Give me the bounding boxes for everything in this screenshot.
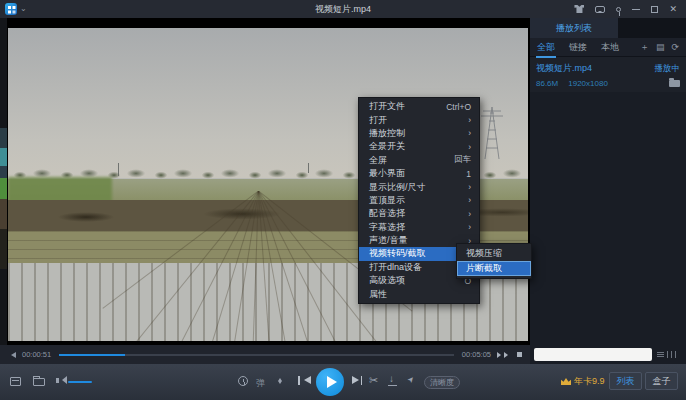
playlist-item-name: 视频短片.mp4 [536, 62, 592, 75]
menu-item-open-file[interactable]: 打开文件Ctrl+O [359, 100, 479, 113]
tab-all[interactable]: 全部 [537, 38, 555, 57]
open-folder-icon[interactable] [33, 378, 45, 386]
maximize-button[interactable] [651, 6, 658, 13]
transmission-tower [478, 106, 506, 160]
menu-item-panorama-toggle[interactable]: 全景开关› [359, 140, 479, 153]
danmaku-toggle[interactable]: 弹 [256, 377, 265, 390]
playlist-panel: 播放列表 全部 链接 本地 ＋ ▤ ⟳ 视频短片.mp4 播放中 86.6M 1… [530, 18, 686, 345]
playlist-tabs: 全部 链接 本地 ＋ ▤ ⟳ [530, 38, 686, 57]
vip-offer[interactable]: 年卡9.9 [561, 375, 605, 388]
menu-item-fullscreen[interactable]: 全屏回车 [359, 154, 479, 167]
playlist-item[interactable]: 视频短片.mp4 播放中 86.6M 1920x1080 [530, 57, 686, 92]
crown-icon [561, 378, 571, 385]
close-button[interactable]: ✕ [669, 5, 677, 14]
play-button[interactable] [316, 368, 344, 396]
chevron-down-icon[interactable]: ⌄ [20, 5, 27, 13]
skin-icon[interactable] [574, 5, 584, 13]
pin-icon[interactable] [616, 7, 621, 12]
app-logo-icon[interactable] [5, 3, 17, 15]
download-icon[interactable]: ↓ [389, 374, 394, 384]
play-order-icon[interactable] [8, 352, 16, 358]
feedback-icon[interactable] [595, 6, 605, 13]
clip-scissors-icon[interactable]: ✂ [369, 375, 378, 386]
file-resolution: 1920x1080 [568, 79, 608, 88]
playlist-footer [530, 345, 686, 364]
list-handle-icon[interactable] [657, 351, 676, 358]
new-page-icon[interactable]: ▤ [656, 42, 665, 52]
menu-item-subtitle-select[interactable]: 字幕选择› [359, 221, 479, 234]
list-toggle-button[interactable]: 列表 [609, 372, 642, 390]
minimize-button[interactable] [632, 9, 640, 10]
fast-forward-icon[interactable] [497, 352, 511, 358]
player-window: ⌄ 视频短片.mp4 ✕ [0, 0, 686, 400]
select-icon[interactable]: ➤ [406, 375, 416, 385]
menu-item-open[interactable]: 打开› [359, 113, 479, 126]
current-time: 00:00:51 [22, 350, 51, 359]
menu-item-dubbing-select[interactable]: 配音选择› [359, 207, 479, 220]
url-input[interactable] [534, 348, 652, 361]
add-icon[interactable]: ＋ [640, 41, 649, 54]
progress-row: 00:00:51 00:05:05 [0, 345, 530, 364]
playing-badge: 播放中 [655, 63, 681, 75]
submenu-item-video-compress[interactable]: 视频压缩 [457, 246, 531, 261]
desktop-edge-strip [0, 18, 7, 345]
control-bar: 弹 ✂ ↓ ➤ 清晰度 年卡9.9 列表 盒子 [0, 364, 686, 400]
submenu-item-clip-extract[interactable]: 片断截取 [457, 261, 531, 276]
refresh-icon[interactable]: ⟳ [671, 42, 679, 52]
vip-label: 年卡9.9 [574, 375, 605, 388]
ab-repeat-icon[interactable] [276, 376, 285, 386]
total-time: 00:05:05 [462, 350, 491, 359]
menu-item-properties[interactable]: 属性 [359, 287, 479, 300]
seek-bar[interactable] [59, 354, 454, 356]
menu-item-aspect-ratio[interactable]: 显示比例/尺寸› [359, 180, 479, 193]
volume-slider[interactable] [68, 381, 92, 383]
playlist-header: 播放列表 [530, 18, 686, 38]
tab-local[interactable]: 本地 [601, 38, 619, 57]
box-button[interactable]: 盒子 [645, 372, 678, 390]
seek-bar-fill [59, 354, 125, 356]
playlist-header-tab[interactable]: 播放列表 [530, 18, 618, 38]
utility-pole [118, 163, 119, 176]
media-library-icon[interactable] [10, 377, 21, 386]
stop-icon[interactable] [517, 352, 522, 357]
next-button[interactable] [352, 376, 362, 386]
playback-speed-icon[interactable] [238, 376, 248, 386]
tab-links[interactable]: 链接 [569, 38, 587, 57]
menu-item-always-on-top[interactable]: 置顶显示› [359, 194, 479, 207]
context-submenu: 视频压缩 片断截取 [456, 243, 532, 279]
utility-pole [308, 163, 309, 173]
volume-icon[interactable] [56, 378, 59, 383]
menu-item-mini-interface[interactable]: 最小界面1 [359, 167, 479, 180]
menu-item-playback-control[interactable]: 播放控制› [359, 127, 479, 140]
quality-selector[interactable]: 清晰度 [424, 376, 460, 389]
previous-button[interactable] [298, 376, 308, 386]
file-size: 86.6M [536, 79, 558, 88]
open-folder-icon[interactable] [669, 80, 680, 87]
titlebar: ⌄ 视频短片.mp4 ✕ [0, 0, 686, 18]
